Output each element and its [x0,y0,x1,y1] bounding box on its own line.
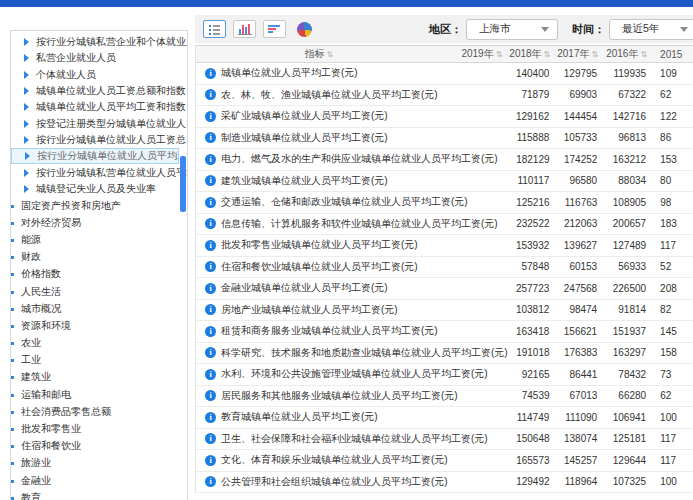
sidebar-item[interactable]: 金融业 [11,472,187,489]
sort-icon[interactable]: ⇅ [544,50,551,59]
info-icon[interactable]: i [205,132,216,143]
bar-chart-view-button[interactable] [233,20,256,38]
sidebar-item[interactable]: 住宿和餐饮业 [11,438,187,455]
info-icon[interactable]: i [205,111,216,122]
sidebar-item-label: 工业 [21,353,41,367]
table-row[interactable]: i 建筑业城镇单位就业人员平均工资(元) 110117 96580 88034 … [196,171,693,193]
table-header-cell[interactable]: 2019年 ⇅ [442,46,504,62]
table-row[interactable]: i 住宿和餐饮业城镇单位就业人员平均工资(元) 57848 60153 5693… [196,257,693,279]
bullet-icon [11,411,14,414]
info-icon[interactable]: i [205,89,216,100]
sidebar-item[interactable]: 按行业分城镇私营企业和个体就业人员 [11,34,187,50]
sidebar-item[interactable]: 能源 [11,231,187,248]
sidebar-item[interactable]: 按行业分城镇单位就业人员平均工资 [11,148,179,164]
column-label: 指标 [304,47,324,61]
info-icon[interactable]: i [205,261,216,272]
table-row[interactable]: i 居民服务和其他服务业城镇单位就业人员平均工资(元) 74539 67013 … [196,386,693,408]
region-select[interactable]: 上海市 [466,19,558,40]
sort-icon[interactable]: ⇅ [496,50,503,59]
table-header-cell[interactable]: 2018年 ⇅ [503,46,551,62]
hbar-chart-view-button[interactable] [263,20,286,38]
table-header-cell[interactable]: 2015 [648,46,693,62]
table-row[interactable]: i 采矿业城镇单位就业人员平均工资(元) 129162 144454 14271… [196,106,693,128]
info-icon[interactable]: i [205,347,216,358]
value-2016: 66280 [599,390,648,401]
info-icon[interactable]: i [205,390,216,401]
sidebar-item[interactable]: 城镇登记失业人员及失业率 [11,181,187,197]
table-row[interactable]: i 公共管理和社会组织城镇单位就业人员平均工资(元) 129492 118964… [196,472,693,494]
indicator-label: 房地产业城镇单位就业人员平均工资(元) [221,303,398,317]
list-view-button[interactable] [203,20,226,38]
table-row[interactable]: i 教育城镇单位就业人员平均工资(元) 114749 111090 106941… [196,407,693,429]
indicator-label: 文化、体育和娱乐业城镇单位就业人员平均工资(元) [221,453,448,467]
sidebar-item[interactable]: 农业 [11,334,187,351]
table-row[interactable]: i 房地产业城镇单位就业人员平均工资(元) 103812 98474 91814… [196,300,693,322]
indicator-label: 制造业城镇单位就业人员平均工资(元) [221,131,388,145]
info-icon[interactable]: i [205,412,216,423]
sidebar-item[interactable]: 批发和零售业 [11,420,187,437]
sidebar-item[interactable]: 建筑业 [11,369,187,386]
value-2017: 86441 [552,369,600,380]
info-icon[interactable]: i [205,240,216,251]
sidebar-item[interactable]: 价格指数 [11,266,187,283]
info-icon[interactable]: i [205,433,216,444]
sidebar-item[interactable]: 固定资产投资和房地产 [11,197,187,214]
sidebar-item[interactable]: 按行业分城镇单位就业人员工资总额 [11,132,187,148]
info-icon[interactable]: i [205,283,216,294]
info-icon[interactable]: i [205,369,216,380]
sidebar-item[interactable]: 财政 [11,249,187,266]
sidebar-item[interactable]: 社会消费品零售总额 [11,403,187,420]
sidebar-item[interactable]: 工业 [11,352,187,369]
value-2016: 91814 [599,304,648,315]
sidebar-item[interactable]: 城市概况 [11,300,187,317]
sidebar-item[interactable]: 教育 [11,489,187,500]
sidebar-item[interactable]: 对外经济贸易 [11,214,187,231]
indicator-label: 采矿业城镇单位就业人员平均工资(元) [221,109,388,123]
info-icon[interactable]: i [205,218,216,229]
table-row[interactable]: i 制造业城镇单位就业人员平均工资(元) 115888 105733 96813… [196,128,693,150]
sort-icon[interactable]: ⇅ [326,50,333,59]
sidebar-item-label: 金融业 [21,474,51,488]
sidebar-item[interactable]: 个体就业人员 [11,67,187,83]
sidebar-item[interactable]: 人民生活 [11,283,187,300]
sidebar-item[interactable]: 私营企业就业人员 [11,50,187,66]
table-header-cell[interactable]: 2017年 ⇅ [551,46,599,62]
table-row[interactable]: i 科学研究、技术服务和地质勘查业城镇单位就业人员平均工资(元) 191018 … [196,343,693,365]
info-icon[interactable]: i [205,476,216,487]
sidebar-item[interactable]: 城镇单位就业人员平均工资和指数 [11,99,187,115]
table-header-cell[interactable]: 2016年 ⇅ [599,46,648,62]
table-row[interactable]: i 农、林、牧、渔业城镇单位就业人员平均工资(元) 71879 69903 67… [196,85,693,107]
bullet-icon [11,376,14,379]
sort-icon[interactable]: ⇅ [640,50,647,59]
sidebar-item[interactable]: 按行业分城镇私营单位就业人员平均工资 [11,164,187,180]
sidebar-item[interactable]: 旅游业 [11,455,187,472]
table-row[interactable]: i 租赁和商务服务业城镇单位就业人员平均工资(元) 163418 156621 … [196,321,693,343]
info-icon[interactable]: i [205,175,216,186]
table-row[interactable]: i 电力、燃气及水的生产和供应业城镇单位就业人员平均工资(元) 182129 1… [196,149,693,171]
table-row[interactable]: i 城镇单位就业人员平均工资(元) 140400 129795 119935 1… [196,63,693,85]
info-icon[interactable]: i [205,197,216,208]
table-row[interactable]: i 交通运输、仓储和邮政业城镇单位就业人员平均工资(元) 125216 1167… [196,192,693,214]
sidebar-scrollbar-thumb[interactable] [180,156,186,212]
indicator-label: 科学研究、技术服务和地质勘查业城镇单位就业人员平均工资(元) [221,346,508,360]
table-row[interactable]: i 信息传输、计算机服务和软件业城镇单位就业人员平均工资(元) 232522 2… [196,214,693,236]
info-icon[interactable]: i [205,68,216,79]
table-row[interactable]: i 水利、环境和公共设施管理业城镇单位就业人员平均工资(元) 92165 864… [196,364,693,386]
info-icon[interactable]: i [205,326,216,337]
sidebar-item[interactable]: 按登记注册类型分城镇单位就业人员平均工 [11,115,187,131]
info-icon[interactable]: i [205,304,216,315]
info-icon[interactable]: i [205,154,216,165]
sidebar-item[interactable]: 城镇单位就业人员工资总额和指数 [11,83,187,99]
table-row[interactable]: i 卫生、社会保障和社会福利业城镇单位就业人员平均工资(元) 150648 13… [196,429,693,451]
table-row[interactable]: i 文化、体育和娱乐业城镇单位就业人员平均工资(元) 165573 145257… [196,450,693,472]
table-header-cell[interactable]: 指标 ⇅ [196,46,442,62]
sidebar-item[interactable]: 运输和邮电 [11,386,187,403]
table-row[interactable]: i 批发和零售业城镇单位就业人员平均工资(元) 153932 139627 12… [196,235,693,257]
value-2018: 125216 [504,197,552,208]
info-icon[interactable]: i [205,455,216,466]
time-select[interactable]: 最近5年 [609,19,693,40]
table-row[interactable]: i 金融业城镇单位就业人员平均工资(元) 257723 247568 22650… [196,278,693,300]
sort-icon[interactable]: ⇅ [591,50,598,59]
pie-chart-view-button[interactable] [293,20,316,38]
sidebar-item[interactable]: 资源和环境 [11,317,187,334]
